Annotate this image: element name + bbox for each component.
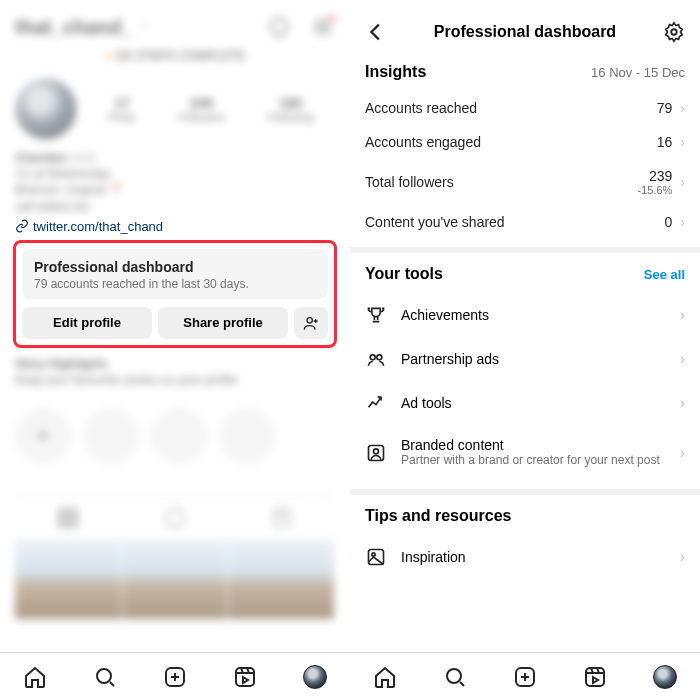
nav-create-icon[interactable] [163, 665, 187, 689]
nav-home-icon[interactable] [373, 665, 397, 689]
nav-search-icon[interactable] [443, 665, 467, 689]
highlight-placeholder [219, 408, 275, 464]
new-highlight-button[interactable]: + [15, 408, 71, 464]
highlight-placeholder [151, 408, 207, 464]
svg-rect-3 [167, 510, 184, 527]
svg-point-6 [97, 669, 111, 683]
chevron-right-icon: › [680, 174, 685, 190]
nav-reels-icon[interactable] [233, 665, 257, 689]
nav-create-icon[interactable] [513, 665, 537, 689]
highlight-placeholder [83, 408, 139, 464]
tagged-tab[interactable] [271, 497, 293, 539]
nav-home-icon[interactable] [23, 665, 47, 689]
insights-date-range: 16 Nov - 15 Dec [591, 65, 685, 80]
chevron-right-icon: › [680, 444, 685, 462]
add-person-icon [303, 315, 319, 331]
post-thumbnail[interactable] [15, 539, 122, 619]
bio-link[interactable]: twitter.com/that_chand [15, 219, 335, 234]
dashboard-card-subtitle: 79 accounts reached in the last 30 days. [34, 277, 316, 291]
settings-button[interactable] [663, 21, 685, 43]
svg-point-15 [372, 552, 375, 555]
svg-rect-8 [236, 668, 254, 686]
edit-profile-button[interactable]: Edit profile [22, 307, 152, 339]
username-dropdown[interactable]: that_chand_ [15, 16, 149, 39]
svg-point-0 [271, 19, 288, 36]
insights-content-shared[interactable]: Content you've shared 0› [365, 205, 685, 239]
svg-rect-2 [60, 510, 77, 527]
branded-content-icon [366, 443, 386, 463]
bio-text: Chandan Artist I'm at Wednesday Bharuch,… [15, 150, 335, 215]
svg-point-9 [671, 29, 677, 35]
your-tools-heading: Your tools [365, 265, 443, 283]
insights-accounts-reached[interactable]: Accounts reached 79› [365, 91, 685, 125]
nav-search-icon[interactable] [93, 665, 117, 689]
page-title: Professional dashboard [434, 23, 616, 41]
reels-tab[interactable] [164, 497, 186, 539]
chevron-down-icon [137, 21, 149, 33]
see-all-tools-link[interactable]: See all [644, 267, 685, 282]
completion-steps[interactable]: ● 3/5 STEPS COMPLETE [15, 39, 335, 73]
svg-rect-18 [586, 668, 604, 686]
gear-icon [663, 21, 685, 43]
back-button[interactable] [365, 21, 387, 43]
profile-screen: that_chand_ ● 3/5 STEPS COMPLETE 17Posts… [0, 0, 350, 700]
chevron-right-icon: › [680, 214, 685, 230]
post-thumbnail[interactable] [122, 539, 229, 619]
bottom-nav [350, 652, 700, 700]
professional-dashboard-screen: Professional dashboard Insights 16 Nov -… [350, 0, 700, 700]
tool-achievements[interactable]: Achievements › [365, 293, 685, 337]
threads-icon[interactable] [267, 15, 291, 39]
tool-branded-content[interactable]: Branded contentPartner with a brand or c… [365, 425, 685, 481]
chevron-right-icon: › [680, 134, 685, 150]
post-thumbnail[interactable] [228, 539, 335, 619]
chevron-right-icon: › [680, 548, 685, 566]
tool-partnership-ads[interactable]: Partnership ads › [365, 337, 685, 381]
profile-avatar[interactable] [15, 78, 77, 140]
nav-profile-avatar[interactable] [303, 665, 327, 689]
chevron-right-icon: › [680, 306, 685, 324]
svg-point-1 [307, 317, 312, 322]
insights-heading: Insights [365, 63, 426, 81]
nav-reels-icon[interactable] [583, 665, 607, 689]
chevron-right-icon: › [680, 350, 685, 368]
highlight-annotation: Professional dashboard 79 accounts reach… [13, 240, 337, 348]
trophy-icon [366, 305, 386, 325]
chevron-right-icon: › [680, 100, 685, 116]
dashboard-card-title: Professional dashboard [34, 259, 316, 275]
discover-people-button[interactable] [294, 307, 328, 339]
tool-ad-tools[interactable]: Ad tools › [365, 381, 685, 425]
link-icon [15, 219, 29, 233]
share-profile-button[interactable]: Share profile [158, 307, 288, 339]
svg-point-10 [370, 355, 375, 360]
story-highlights: + [15, 404, 335, 468]
bottom-nav [0, 652, 350, 700]
partnership-icon [366, 349, 386, 369]
insights-accounts-engaged[interactable]: Accounts engaged 16› [365, 125, 685, 159]
professional-dashboard-card[interactable]: Professional dashboard 79 accounts reach… [22, 249, 328, 299]
tip-inspiration[interactable]: Inspiration › [365, 535, 685, 579]
svg-point-16 [447, 669, 461, 683]
stat-posts[interactable]: 17Posts [108, 95, 136, 123]
stat-following[interactable]: 160Following [267, 95, 313, 123]
posts-grid-tab[interactable] [57, 497, 79, 539]
chevron-right-icon: › [680, 394, 685, 412]
nav-profile-avatar[interactable] [653, 665, 677, 689]
insights-total-followers[interactable]: Total followers 239-15.6%› [365, 159, 685, 205]
svg-point-11 [377, 355, 382, 360]
svg-point-13 [374, 449, 379, 454]
image-icon [366, 547, 386, 567]
tips-heading: Tips and resources [365, 507, 511, 525]
chevron-left-icon [365, 21, 387, 43]
svg-point-5 [279, 514, 285, 520]
menu-icon[interactable] [311, 15, 335, 39]
stat-followers[interactable]: 240Followers [178, 95, 225, 123]
trend-icon [366, 393, 386, 413]
svg-rect-4 [273, 510, 290, 527]
